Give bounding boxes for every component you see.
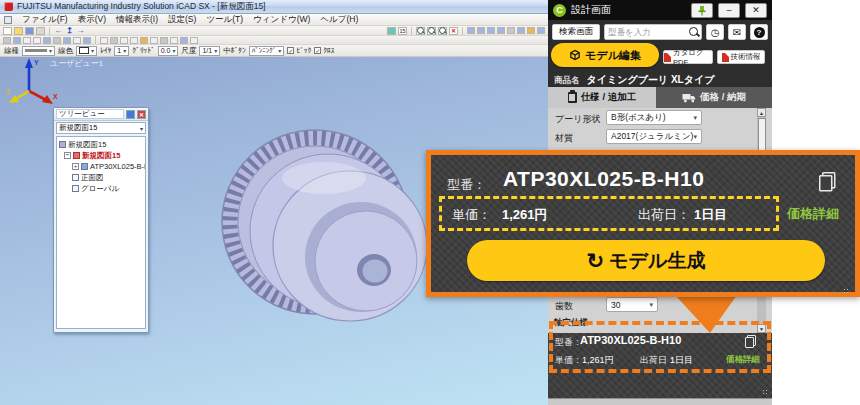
price-detail-link[interactable]: 価格詳細 [726, 354, 760, 366]
pulley-shape-value: B形(ボスあり) [611, 112, 666, 124]
cad-window-title: FUJITSU Manufacturing Industry Solution … [17, 1, 265, 13]
cad-tool-icon[interactable] [100, 37, 108, 44]
middle-button-select[interactable]: ﾊﾟﾝﾆﾝｸﾞ▾ [249, 46, 285, 56]
teeth-count-select[interactable]: 30▾ [606, 297, 658, 312]
view-shade-icon[interactable] [507, 27, 515, 34]
cad-tool-icon[interactable] [33, 37, 41, 44]
history-button[interactable]: ◷ [706, 24, 724, 40]
cad-tool-icon[interactable] [23, 37, 31, 44]
view-top-icon[interactable] [487, 27, 495, 34]
menu-settings[interactable]: 設定(S) [168, 14, 196, 26]
cad-tool-icon[interactable] [43, 37, 51, 44]
view-extra-icon[interactable] [537, 27, 545, 34]
material-select[interactable]: A2017(ジュラルミン)▾ [606, 129, 702, 144]
zoom-fit-icon[interactable] [438, 27, 447, 35]
open-file-icon[interactable] [14, 27, 23, 35]
catalog-pdf-button[interactable]: カタログPDF [663, 50, 713, 64]
tree-item-front-view[interactable]: 正面図 [72, 172, 144, 183]
menu-file[interactable]: ファイル(F) [22, 14, 68, 26]
grid-select[interactable]: 0.0▾ [158, 46, 179, 56]
copy-icon[interactable] [745, 335, 756, 348]
menu-tools[interactable]: ツール(T) [206, 14, 243, 26]
chevron-down-icon: ▾ [693, 114, 697, 122]
tech-info-button[interactable]: 技術情報 [717, 50, 765, 64]
tree-item-global[interactable]: グローバル [72, 183, 144, 194]
cad-tool-icon[interactable] [180, 37, 188, 44]
cad-tool-icon[interactable] [170, 37, 178, 44]
generate-model-button[interactable]: ↻ モデル生成 [467, 240, 825, 281]
cad-tool-icon[interactable] [120, 37, 128, 44]
menu-window[interactable]: ウィンドウ(W) [253, 14, 310, 26]
cad-tool-icon[interactable] [160, 37, 168, 44]
tree-dock-icon[interactable] [126, 110, 135, 119]
cad-tool-icon[interactable] [53, 37, 61, 44]
tree-item-part[interactable]: + ATP30XL025-B-H10 [72, 161, 144, 172]
cad-tool-icon[interactable] [140, 37, 148, 44]
pin-button[interactable] [691, 3, 713, 18]
tab-price-delivery[interactable]: 価格 / 納期 [656, 87, 772, 108]
part-number-input[interactable] [605, 27, 687, 37]
cad-tool-icon[interactable] [13, 37, 21, 44]
cad-tool-icon[interactable] [130, 37, 138, 44]
pulley-shape-select[interactable]: B形(ボスあり)▾ [606, 110, 702, 125]
undo-arrow-icon[interactable]: ← [54, 27, 63, 35]
copy-icon[interactable] [819, 172, 836, 192]
contact-button[interactable]: ✉ [728, 24, 746, 40]
print-icon[interactable] [36, 27, 45, 35]
menu-help[interactable]: ヘルプ(H) [320, 14, 358, 26]
price-detail-link[interactable]: 価格詳細 [787, 205, 839, 223]
tree-view-titlebar[interactable]: ツリービュー ✕ [54, 108, 148, 121]
search-icon[interactable] [687, 25, 701, 39]
model-edit-button[interactable]: モデル編集 [551, 43, 659, 67]
menu-view[interactable]: 表示(V) [78, 14, 106, 26]
view-front-icon[interactable] [467, 27, 475, 34]
layer-badge-icon[interactable]: 15 [398, 27, 407, 35]
panel-tabs: 仕様 / 追加工 価格 / 納期 [548, 87, 772, 108]
view-iso-icon[interactable] [497, 27, 505, 34]
new-file-icon[interactable] [3, 27, 12, 35]
cad-tool-icon[interactable] [83, 37, 91, 44]
tree-item-label: 新規図面15 [82, 151, 120, 161]
pick-label: ﾋﾟｯｸ [296, 46, 311, 55]
zoom-in-icon[interactable] [416, 27, 425, 35]
cad-tool-icon[interactable] [63, 37, 71, 44]
redo-arrow-icon[interactable]: → [76, 27, 85, 35]
zoom-out-icon[interactable] [427, 27, 436, 35]
layer-select[interactable]: 1▾ [114, 46, 129, 56]
minimize-button[interactable]: – [718, 3, 740, 18]
tab-spec[interactable]: 仕様 / 追加工 [548, 87, 656, 108]
view-rotate-icon[interactable] [517, 27, 525, 34]
clipboard-icon [568, 92, 577, 103]
help-button[interactable]: ? [750, 24, 768, 40]
cad-tool-icon[interactable] [73, 37, 81, 44]
view-side-icon[interactable] [477, 27, 485, 34]
layer-value: 1 [117, 47, 121, 54]
collapse-icon[interactable]: − [64, 152, 71, 159]
search-screen-button[interactable]: 検索画面 [552, 24, 600, 40]
expand-icon[interactable]: + [72, 163, 79, 170]
swap-arrow-icon[interactable]: ↥ [65, 27, 74, 35]
tree-item-drawing-selected[interactable]: − 新規図面15 [64, 150, 144, 161]
resize-grip[interactable] [762, 389, 769, 396]
scroll-up-icon[interactable]: ▲ [757, 108, 766, 117]
close-button[interactable]: ✕ [745, 3, 767, 18]
cad-tool-icon[interactable] [150, 37, 158, 44]
cad-tool-icon[interactable] [190, 37, 198, 44]
tree-drawing-select[interactable]: 新規図面15 ▾ [56, 122, 146, 134]
tree-close-icon[interactable]: ✕ [137, 110, 146, 119]
mdi-child-icon[interactable] [4, 16, 12, 24]
view-pan-icon[interactable] [527, 27, 535, 34]
cad-tool-icon[interactable] [110, 37, 118, 44]
tree-item-drawing-root[interactable]: 新規図面15 [59, 139, 144, 150]
menu-info[interactable]: 情報表示(I) [116, 14, 158, 26]
cross-checkbox[interactable]: ✓ｸﾛｽ [314, 46, 334, 55]
scroll-down-icon[interactable]: ▼ [757, 324, 766, 333]
cancel-tool-icon[interactable]: ✕ [449, 27, 458, 35]
part-icon [81, 163, 88, 170]
scale-select[interactable]: 1/1▾ [199, 46, 220, 56]
save-icon[interactable] [25, 27, 34, 35]
link-tool-icon[interactable] [387, 27, 396, 35]
line-color-select[interactable]: ▾ [76, 46, 97, 56]
pick-checkbox[interactable]: ✓ﾋﾟｯｸ [287, 46, 311, 55]
cad-tool-icon[interactable] [3, 37, 11, 44]
